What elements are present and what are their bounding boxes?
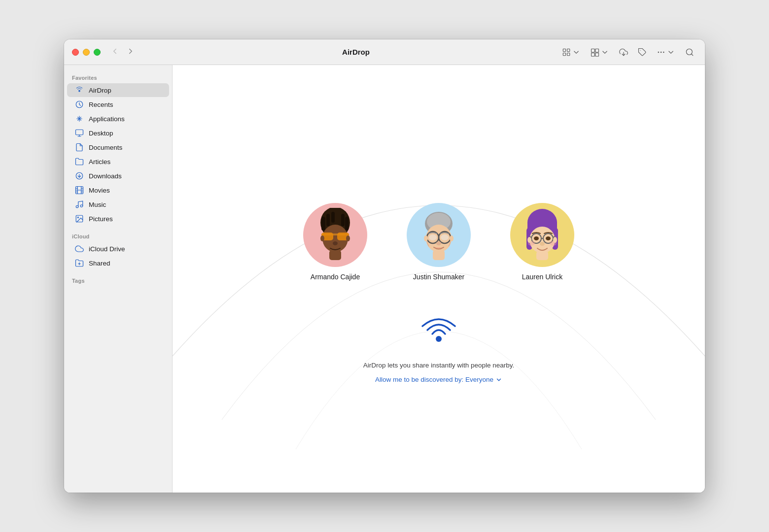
sidebar-item-desktop-label: Desktop [89, 130, 113, 137]
svg-rect-7 [595, 53, 599, 56]
svg-rect-54 [329, 250, 341, 260]
svg-point-34 [76, 205, 78, 208]
window-title: AirDrop [178, 48, 533, 56]
svg-point-74 [529, 227, 555, 253]
applications-icon [75, 114, 84, 123]
finder-window: AirDrop [64, 39, 705, 493]
svg-line-14 [691, 54, 693, 55]
sidebar-item-articles-label: Articles [89, 158, 110, 166]
svg-point-66 [424, 235, 428, 241]
persons-row: Armando Cajide [303, 203, 574, 281]
svg-rect-44 [336, 212, 340, 223]
sidebar-item-pictures-label: Pictures [89, 215, 113, 223]
person-justin-name: Justin Shumaker [413, 273, 464, 281]
svg-rect-3 [567, 53, 570, 55]
downloads-icon [75, 171, 84, 180]
pictures-icon [75, 214, 84, 223]
nav-buttons [108, 46, 137, 58]
airdrop-discovery-button[interactable]: Allow me to be discovered by: Everyone [375, 376, 502, 383]
airdrop-icon [75, 86, 84, 95]
person-armando-name: Armando Cajide [311, 273, 360, 281]
movies-icon [75, 186, 84, 195]
svg-point-53 [346, 235, 350, 241]
sidebar-item-documents[interactable]: Documents [67, 140, 169, 154]
sidebar-item-icloud-drive-label: iCloud Drive [89, 245, 125, 253]
svg-point-67 [450, 235, 454, 241]
icloud-icon [75, 244, 84, 253]
sidebar-item-articles[interactable]: Articles [67, 155, 169, 168]
avatar-justin [407, 203, 471, 267]
svg-rect-0 [563, 49, 565, 51]
svg-point-12 [658, 52, 659, 53]
sidebar-item-shared[interactable]: Shared [67, 256, 169, 270]
svg-rect-21 [76, 130, 83, 135]
sidebar-item-pictures[interactable]: Pictures [67, 212, 169, 226]
sidebar-item-airdrop-label: AirDrop [89, 87, 111, 94]
svg-point-65 [436, 241, 441, 245]
svg-point-51 [333, 241, 338, 245]
title-bar-right [539, 46, 697, 59]
more-button[interactable] [654, 46, 678, 59]
close-button[interactable] [72, 49, 79, 56]
svg-rect-46 [345, 217, 349, 231]
sidebar-item-documents-label: Documents [89, 144, 122, 151]
sidebar-item-applications-label: Applications [89, 115, 125, 123]
minimize-button[interactable] [83, 49, 90, 56]
airdrop-main-icon [417, 310, 461, 355]
person-lauren[interactable]: Lauren Ulrick [510, 203, 574, 281]
svg-rect-43 [331, 212, 335, 223]
sidebar-item-applications[interactable]: Applications [67, 112, 169, 126]
sidebar-item-music[interactable]: Music [67, 198, 169, 211]
person-lauren-name: Lauren Ulrick [522, 273, 562, 281]
airdrop-discovery-text: Allow me to be discovered by: Everyone [375, 376, 493, 383]
sidebar-item-music-label: Music [89, 201, 106, 208]
share-button[interactable] [616, 46, 631, 59]
traffic-lights [72, 49, 101, 56]
back-button[interactable] [108, 46, 121, 58]
svg-point-82 [540, 242, 545, 246]
icloud-label: iCloud [64, 230, 172, 241]
svg-point-80 [534, 236, 539, 240]
sidebar-item-movies[interactable]: Movies [67, 183, 169, 197]
tag-button[interactable] [635, 46, 650, 59]
svg-point-81 [546, 236, 551, 240]
forward-button[interactable] [124, 46, 137, 58]
airdrop-description: AirDrop lets you share instantly with pe… [363, 362, 515, 369]
title-bar-left [72, 46, 171, 58]
svg-point-85 [527, 237, 531, 243]
sidebar-item-icloud-drive[interactable]: iCloud Drive [67, 242, 169, 256]
svg-point-15 [78, 90, 80, 92]
svg-rect-68 [433, 250, 445, 260]
sidebar-item-desktop[interactable]: Desktop [67, 126, 169, 140]
main-area: Favorites AirDrop [64, 65, 705, 493]
sidebar: Favorites AirDrop [64, 65, 173, 493]
svg-rect-6 [592, 53, 595, 56]
sidebar-item-recents[interactable]: Recents [67, 98, 169, 111]
documents-icon [75, 143, 84, 152]
favorites-label: Favorites [64, 71, 172, 83]
sidebar-item-airdrop[interactable]: AirDrop [67, 83, 169, 97]
view-grid-button[interactable] [559, 46, 584, 59]
svg-rect-2 [563, 53, 565, 55]
svg-point-86 [553, 237, 557, 243]
svg-point-63 [429, 234, 437, 240]
content-area: Armando Cajide [173, 65, 705, 493]
svg-rect-45 [341, 214, 345, 226]
svg-rect-5 [595, 49, 599, 52]
shared-icon [75, 259, 84, 267]
search-button[interactable] [682, 46, 697, 59]
sidebar-item-recents-label: Recents [89, 101, 113, 108]
svg-rect-87 [536, 251, 548, 260]
sidebar-item-shared-label: Shared [89, 260, 110, 267]
title-bar: AirDrop [64, 39, 705, 65]
maximize-button[interactable] [94, 49, 101, 56]
avatar-lauren [510, 203, 574, 267]
tags-label: Tags [64, 274, 172, 286]
person-justin[interactable]: Justin Shumaker [407, 203, 471, 281]
person-armando[interactable]: Armando Cajide [303, 203, 367, 281]
sidebar-item-movies-label: Movies [89, 187, 110, 194]
sidebar-item-downloads[interactable]: Downloads [67, 169, 169, 183]
group-button[interactable] [588, 46, 612, 59]
title-bar-center: AirDrop [176, 48, 533, 56]
svg-point-52 [320, 235, 324, 241]
